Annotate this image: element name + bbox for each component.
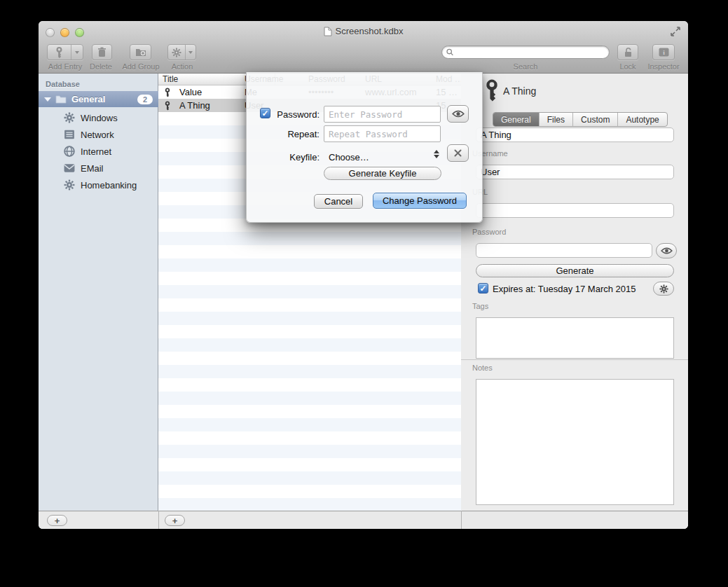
inspector-label: Inspector <box>641 62 686 71</box>
reveal-password-button[interactable] <box>656 243 677 258</box>
column-header-title[interactable]: Title <box>163 74 178 84</box>
unlock-icon <box>624 47 633 57</box>
sheet-password-label: Password: <box>247 109 320 120</box>
sidebar-item-label: Windows <box>81 113 118 123</box>
info-icon: i <box>659 48 669 57</box>
folder-icon <box>55 95 67 104</box>
delete-label: Delete <box>83 62 118 71</box>
key-icon <box>164 88 171 97</box>
expires-label: Expires at: Tuesday 17 March 2015 <box>493 284 636 294</box>
expires-checkbox[interactable]: ✓ <box>478 283 488 294</box>
app-window: Screenshot.kdbx Add Entry Delete Add Gro… <box>39 21 688 529</box>
action-dropdown[interactable] <box>185 45 195 60</box>
gear-icon <box>168 45 185 60</box>
gear-icon <box>64 112 75 123</box>
gear-icon <box>64 179 75 191</box>
notes-label: Notes <box>472 364 493 372</box>
window-title: Screenshot.kdbx <box>336 26 404 36</box>
sidebar-item-network[interactable]: Network <box>39 126 158 143</box>
password-field[interactable] <box>476 243 652 258</box>
desktop: Screenshot.kdbx Add Entry Delete Add Gro… <box>0 0 728 587</box>
lock-button[interactable] <box>617 44 638 60</box>
key-icon <box>48 45 71 60</box>
action-label: Action <box>160 62 204 71</box>
search-label: Search <box>441 62 610 71</box>
inspector-entry-title: A Thing <box>503 85 536 97</box>
url-field[interactable] <box>476 203 674 218</box>
sidebar-item-label: EMail <box>81 163 104 174</box>
cancel-button[interactable]: Cancel <box>314 194 363 209</box>
delete-button[interactable] <box>92 44 112 60</box>
folder-plus-icon <box>135 48 146 57</box>
sidebar-item-label: Homebanking <box>81 180 137 191</box>
disclosure-triangle-icon[interactable] <box>44 97 51 102</box>
add-entry-plus-button[interactable]: + <box>165 515 185 526</box>
x-icon <box>454 149 462 157</box>
tab-files[interactable]: Files <box>540 113 573 126</box>
generate-keyfile-button[interactable]: Generate Keyfile <box>324 167 441 180</box>
change-password-sheet: ✓ Password: Repeat: Keyfile: Choose… Gen… <box>246 72 483 223</box>
server-icon <box>64 129 75 140</box>
generate-password-button[interactable]: Generate <box>476 264 674 277</box>
fullscreen-icon[interactable] <box>670 26 681 37</box>
sidebar-group-general[interactable]: General 2 <box>39 91 158 107</box>
envelope-icon <box>64 163 75 174</box>
group-count-badge: 2 <box>137 95 153 104</box>
key-icon <box>164 101 171 111</box>
tab-autotype[interactable]: Autotype <box>618 113 666 126</box>
generate-label: Generate <box>556 265 593 276</box>
tab-custom[interactable]: Custom <box>573 113 618 126</box>
cell-title: A Thing <box>179 100 210 111</box>
sheet-keyfile-label: Keyfile: <box>247 152 320 163</box>
action-button[interactable] <box>167 44 196 60</box>
change-password-button[interactable]: Change Password <box>373 193 467 209</box>
sidebar-item-internet[interactable]: Internet <box>39 143 158 160</box>
bottom-bar <box>39 511 688 529</box>
keyfile-stepper-icon[interactable] <box>434 150 439 158</box>
generate-keyfile-label: Generate Keyfile <box>349 168 417 179</box>
trash-icon <box>97 47 107 57</box>
search-input[interactable] <box>456 48 605 57</box>
eye-icon <box>452 110 465 118</box>
bottom-bar-divider <box>158 511 159 529</box>
clear-keyfile-button[interactable] <box>447 144 469 162</box>
gear-icon <box>659 284 668 294</box>
search-icon <box>446 48 453 56</box>
repeat-password-field[interactable] <box>324 125 441 142</box>
search-field[interactable] <box>441 46 610 59</box>
sidebar-item-label: Network <box>81 130 114 140</box>
inspector-tabs: General Files Custom Autotype <box>493 112 668 127</box>
tags-label: Tags <box>472 302 488 310</box>
keyfile-popup[interactable]: Choose… <box>329 152 369 163</box>
sidebar-item-homebanking[interactable]: Homebanking <box>39 177 158 193</box>
key-icon <box>483 77 500 104</box>
add-group-label: Add Group <box>120 62 162 71</box>
sidebar-item-label: Internet <box>81 146 111 157</box>
password-label: Password <box>472 228 506 236</box>
document-icon <box>324 27 332 36</box>
window-title-line: Screenshot.kdbx <box>39 25 688 37</box>
sheet-repeat-label: Repeat: <box>247 129 320 139</box>
sidebar-item-windows[interactable]: Windows <box>39 109 158 126</box>
globe-icon <box>64 146 75 157</box>
sheet-reveal-password-button[interactable] <box>447 105 469 123</box>
bottom-bar-divider <box>461 511 462 529</box>
add-entry-button[interactable] <box>47 44 83 60</box>
add-group-plus-button[interactable]: + <box>47 515 67 526</box>
add-group-button[interactable] <box>130 44 151 60</box>
eye-icon <box>661 247 673 254</box>
username-field[interactable] <box>476 165 674 179</box>
sidebar-group-label: General <box>71 94 105 104</box>
change-password-label: Change Password <box>383 195 457 206</box>
expires-settings-button[interactable] <box>653 282 674 296</box>
title-field[interactable] <box>476 127 674 142</box>
notes-textarea[interactable] <box>476 379 674 505</box>
inspector-button[interactable]: i <box>652 44 675 60</box>
add-entry-dropdown[interactable] <box>71 45 83 60</box>
cell-title: Value <box>179 87 202 97</box>
enter-password-field[interactable] <box>324 106 441 123</box>
tags-textarea[interactable] <box>476 317 674 359</box>
titlebar-toolbar: Screenshot.kdbx Add Entry Delete Add Gro… <box>39 21 688 74</box>
sidebar-item-email[interactable]: EMail <box>39 160 158 177</box>
tab-general[interactable]: General <box>493 113 540 126</box>
